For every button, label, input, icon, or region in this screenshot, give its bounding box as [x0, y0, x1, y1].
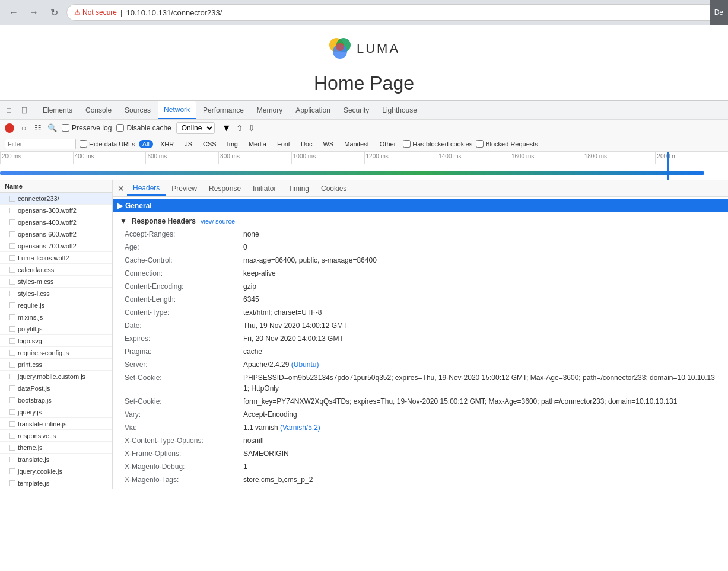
file-item-opensans600[interactable]: opensans-600.woff2	[0, 228, 112, 240]
response-headers-title: ▼ Response Headers view source	[113, 215, 728, 228]
tab-console[interactable]: Console	[80, 101, 117, 119]
file-item-require[interactable]: require.js	[0, 299, 112, 311]
request-tab-preview[interactable]: Preview	[166, 182, 203, 195]
file-item-styles-l[interactable]: styles-l.css	[0, 288, 112, 299]
server-link[interactable]: (Ubuntu)	[291, 361, 319, 369]
filter-chip-ws[interactable]: WS	[319, 140, 337, 148]
file-item-theme[interactable]: theme.js	[0, 442, 112, 454]
file-item-jquery-cookie[interactable]: jquery.cookie.js	[0, 465, 112, 477]
file-item-jquery[interactable]: jquery.js	[0, 406, 112, 418]
request-tab-response[interactable]: Response	[203, 182, 247, 195]
preserve-log-checkbox[interactable]	[62, 124, 69, 132]
tab-lighthouse[interactable]: Lighthouse	[376, 101, 423, 119]
header-connection: Connection: keep-alive	[113, 267, 728, 280]
address-bar[interactable]: ⚠ Not secure | 10.10.10.131/connector233…	[66, 4, 722, 21]
filter-chip-all[interactable]: All	[139, 140, 153, 148]
tick-2000: 2000 m	[655, 152, 728, 164]
close-detail-button[interactable]: ✕	[115, 183, 127, 194]
tab-memory[interactable]: Memory	[251, 101, 288, 119]
devtools-tab-bar: □ ⎕ Elements Console Sources Network Per…	[0, 101, 728, 120]
filter-chip-font[interactable]: Font	[274, 140, 294, 148]
tick-1600: 1600 ms	[510, 152, 583, 164]
file-item-luma-icons[interactable]: Luma-Icons.woff2	[0, 252, 112, 264]
tab-network[interactable]: Network	[158, 101, 196, 119]
filter-chip-img[interactable]: Img	[224, 140, 241, 148]
header-vary: Vary: Accept-Encoding	[113, 408, 728, 421]
file-item-responsive[interactable]: responsive.js	[0, 430, 112, 442]
search-button[interactable]: 🔍	[47, 123, 57, 133]
preserve-log-label[interactable]: Preserve log	[62, 124, 112, 132]
page-title: Home Page	[0, 72, 728, 94]
reload-button[interactable]: ↻	[46, 5, 62, 20]
tab-elements[interactable]: Elements	[37, 101, 78, 119]
request-tab-timing[interactable]: Timing	[282, 182, 315, 195]
inspect-element-button[interactable]: □	[2, 104, 15, 117]
tick-200: 200 ms	[0, 152, 73, 164]
network-toolbar: ○ ☷ 🔍 Preserve log Disable cache Online …	[0, 120, 728, 136]
tick-600: 600 ms	[145, 152, 218, 164]
hide-data-urls-checkbox[interactable]	[80, 140, 87, 148]
file-item-opensans400[interactable]: opensans-400.woff2	[0, 216, 112, 228]
header-cache-control: Cache-Control: max-age=86400, public, s-…	[113, 254, 728, 267]
tab-performance[interactable]: Performance	[197, 101, 250, 119]
timeline-bar: 200 ms 400 ms 600 ms 800 ms 1000 ms 1200…	[0, 152, 728, 180]
clear-button[interactable]: ○	[19, 123, 28, 133]
download-icon[interactable]: ⇩	[248, 123, 255, 133]
filter-row: Hide data URLs All XHR JS CSS Img Media …	[0, 136, 728, 152]
file-item-print[interactable]: print.css	[0, 359, 112, 371]
file-item-calendar[interactable]: calendar.css	[0, 264, 112, 276]
file-item-template[interactable]: template.js	[0, 477, 112, 489]
hide-data-urls-label[interactable]: Hide data URLs	[80, 140, 135, 148]
luma-logo: LUMA	[328, 37, 400, 60]
response-headers-arrow-icon: ▼	[120, 217, 127, 225]
view-source-link[interactable]: view source	[201, 218, 235, 225]
timeline-progress	[0, 171, 704, 175]
file-list-panel: Name connector233/ opensans-300.woff2 op…	[0, 180, 113, 489]
upload-icon[interactable]: ⇧	[236, 123, 243, 133]
tick-400: 400 ms	[73, 152, 146, 164]
general-section-header[interactable]: ▶ General	[113, 199, 728, 212]
filter-chip-other[interactable]: Other	[376, 140, 400, 148]
filter-input[interactable]	[5, 139, 76, 149]
request-tab-cookies[interactable]: Cookies	[315, 182, 352, 195]
record-button[interactable]	[5, 123, 14, 133]
file-item-translate-inline[interactable]: translate-inline.js	[0, 418, 112, 430]
forward-button[interactable]: →	[26, 5, 42, 20]
filter-chip-css[interactable]: CSS	[199, 140, 220, 148]
file-item-bootstrap[interactable]: bootstrap.js	[0, 394, 112, 406]
back-button[interactable]: ←	[6, 5, 21, 20]
file-item-connector[interactable]: connector233/	[0, 193, 112, 205]
file-item-mixins[interactable]: mixins.js	[0, 311, 112, 323]
tab-sources[interactable]: Sources	[119, 101, 157, 119]
file-item-styles-m[interactable]: styles-m.css	[0, 276, 112, 288]
file-item-requirejs-config[interactable]: requirejs-config.js	[0, 347, 112, 359]
file-item-jquery-mobile[interactable]: jquery.mobile.custom.js	[0, 371, 112, 382]
has-blocked-cookies-checkbox[interactable]	[403, 140, 411, 148]
filter-chip-xhr[interactable]: XHR	[157, 140, 177, 148]
filter-chip-media[interactable]: Media	[245, 140, 270, 148]
filter-button[interactable]: ☷	[33, 123, 43, 133]
filter-chip-manifest[interactable]: Manifest	[341, 140, 373, 148]
request-tab-headers[interactable]: Headers	[127, 181, 166, 196]
throttle-select[interactable]: Online	[176, 122, 215, 134]
blocked-requests-checkbox[interactable]	[476, 140, 484, 148]
has-blocked-cookies-label[interactable]: Has blocked cookies	[403, 140, 472, 148]
file-item-datapost[interactable]: dataPost.js	[0, 382, 112, 394]
tab-application[interactable]: Application	[290, 101, 336, 119]
file-item-translate[interactable]: translate.js	[0, 454, 112, 465]
device-toggle-button[interactable]: ⎕	[18, 104, 31, 117]
header-date: Date: Thu, 19 Nov 2020 14:00:12 GMT	[113, 319, 728, 332]
file-item-opensans300[interactable]: opensans-300.woff2	[0, 205, 112, 216]
file-item-opensans700[interactable]: opensans-700.woff2	[0, 240, 112, 252]
file-item-logo[interactable]: logo.svg	[0, 335, 112, 347]
file-item-polyfill[interactable]: polyfill.js	[0, 323, 112, 335]
via-link[interactable]: (Varnish/5.2)	[280, 423, 320, 432]
disable-cache-checkbox[interactable]	[116, 124, 124, 132]
header-content-encoding: Content-Encoding: gzip	[113, 280, 728, 293]
filter-chip-js[interactable]: JS	[181, 140, 196, 148]
disable-cache-label[interactable]: Disable cache	[116, 124, 171, 132]
tab-security[interactable]: Security	[338, 101, 375, 119]
request-tab-initiator[interactable]: Initiator	[247, 182, 282, 195]
filter-chip-doc[interactable]: Doc	[297, 140, 316, 148]
blocked-requests-label[interactable]: Blocked Requests	[476, 140, 538, 148]
